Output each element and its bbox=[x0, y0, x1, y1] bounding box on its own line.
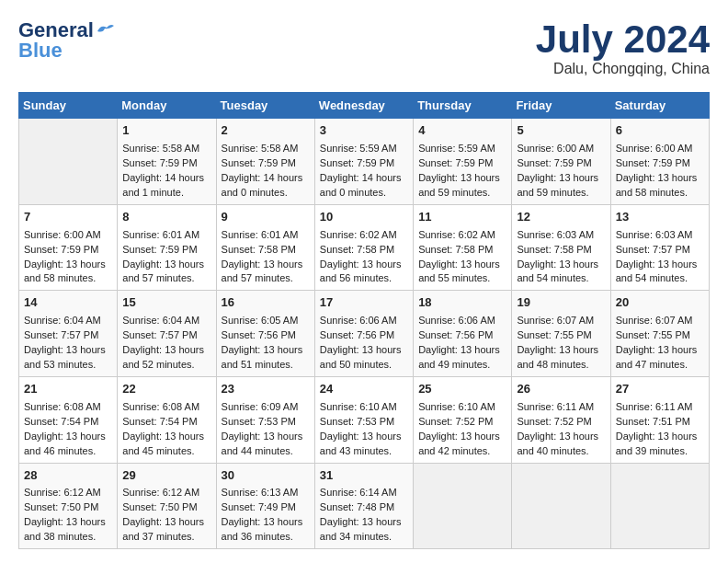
day-number: 29 bbox=[122, 467, 210, 485]
day-number: 13 bbox=[616, 209, 704, 226]
sunset-label: Sunset: 7:52 PM bbox=[517, 416, 591, 427]
calendar-cell: 3Sunrise: 5:59 AMSunset: 7:59 PMDaylight… bbox=[314, 119, 413, 205]
daylight-label: Daylight: 13 hours and 38 minutes. bbox=[24, 516, 106, 542]
daylight-label: Daylight: 13 hours and 34 minutes. bbox=[320, 516, 402, 542]
weekday-header-saturday: Saturday bbox=[610, 93, 709, 119]
daylight-label: Daylight: 13 hours and 54 minutes. bbox=[616, 259, 698, 284]
day-number: 14 bbox=[24, 294, 112, 312]
daylight-label: Daylight: 13 hours and 42 minutes. bbox=[418, 431, 500, 456]
day-number: 4 bbox=[418, 122, 506, 140]
sunrise-label: Sunrise: 6:11 AM bbox=[517, 401, 594, 412]
day-number: 25 bbox=[418, 381, 506, 398]
daylight-label: Daylight: 13 hours and 57 minutes. bbox=[122, 259, 204, 284]
sunset-label: Sunset: 7:57 PM bbox=[616, 244, 690, 255]
sunrise-label: Sunrise: 6:02 AM bbox=[320, 229, 397, 240]
calendar-cell: 15Sunrise: 6:04 AMSunset: 7:57 PMDayligh… bbox=[118, 291, 216, 377]
sunset-label: Sunset: 7:58 PM bbox=[222, 244, 296, 255]
sunrise-label: Sunrise: 6:12 AM bbox=[122, 487, 199, 498]
sunrise-label: Sunrise: 6:11 AM bbox=[616, 401, 693, 412]
calendar-cell: 18Sunrise: 6:06 AMSunset: 7:56 PMDayligh… bbox=[414, 291, 512, 377]
sunset-label: Sunset: 7:58 PM bbox=[517, 244, 591, 255]
daylight-label: Daylight: 13 hours and 56 minutes. bbox=[320, 259, 402, 284]
day-number: 21 bbox=[24, 381, 112, 398]
calendar-cell: 25Sunrise: 6:10 AMSunset: 7:52 PMDayligh… bbox=[414, 376, 512, 463]
daylight-label: Daylight: 13 hours and 54 minutes. bbox=[517, 259, 598, 284]
sunrise-label: Sunrise: 6:09 AM bbox=[222, 401, 299, 412]
logo-bird-icon bbox=[96, 22, 116, 39]
day-number: 8 bbox=[122, 209, 210, 226]
calendar-cell: 10Sunrise: 6:02 AMSunset: 7:58 PMDayligh… bbox=[314, 204, 413, 291]
sunset-label: Sunset: 7:59 PM bbox=[616, 157, 690, 168]
day-number: 9 bbox=[222, 209, 310, 226]
day-number: 15 bbox=[122, 294, 210, 312]
sunset-label: Sunset: 7:54 PM bbox=[122, 416, 197, 427]
sunrise-label: Sunrise: 6:02 AM bbox=[418, 229, 495, 240]
sunset-label: Sunset: 7:57 PM bbox=[24, 329, 98, 340]
calendar-cell: 7Sunrise: 6:00 AMSunset: 7:59 PMDaylight… bbox=[19, 204, 118, 291]
logo-blue: Blue bbox=[18, 42, 63, 59]
calendar-cell bbox=[610, 463, 709, 549]
daylight-label: Daylight: 13 hours and 58 minutes. bbox=[616, 172, 698, 198]
daylight-label: Daylight: 13 hours and 43 minutes. bbox=[320, 431, 402, 456]
day-number: 2 bbox=[222, 122, 310, 140]
sunset-label: Sunset: 7:59 PM bbox=[122, 157, 197, 168]
calendar-cell bbox=[414, 463, 512, 549]
sunset-label: Sunset: 7:55 PM bbox=[616, 329, 690, 340]
sunset-label: Sunset: 7:51 PM bbox=[616, 416, 690, 427]
sunrise-label: Sunrise: 6:08 AM bbox=[24, 401, 101, 412]
calendar-cell: 1Sunrise: 5:58 AMSunset: 7:59 PMDaylight… bbox=[118, 119, 216, 205]
daylight-label: Daylight: 13 hours and 57 minutes. bbox=[222, 259, 303, 284]
daylight-label: Daylight: 13 hours and 58 minutes. bbox=[24, 259, 106, 284]
day-number: 3 bbox=[320, 122, 408, 140]
sunset-label: Sunset: 7:52 PM bbox=[418, 416, 493, 427]
sunrise-label: Sunrise: 6:06 AM bbox=[418, 315, 495, 326]
page-header: General Blue July 2024 Dalu, Chongqing, … bbox=[18, 18, 710, 77]
calendar-cell: 5Sunrise: 6:00 AMSunset: 7:59 PMDaylight… bbox=[512, 119, 610, 205]
calendar-cell: 24Sunrise: 6:10 AMSunset: 7:53 PMDayligh… bbox=[314, 376, 413, 463]
daylight-label: Daylight: 13 hours and 51 minutes. bbox=[222, 344, 303, 370]
sunset-label: Sunset: 7:56 PM bbox=[320, 329, 394, 340]
logo: General Blue bbox=[18, 18, 116, 59]
week-row-3: 14Sunrise: 6:04 AMSunset: 7:57 PMDayligh… bbox=[19, 291, 710, 377]
daylight-label: Daylight: 13 hours and 37 minutes. bbox=[122, 516, 204, 542]
day-number: 18 bbox=[418, 294, 506, 312]
day-number: 11 bbox=[418, 209, 506, 226]
calendar-cell bbox=[19, 119, 118, 205]
sunrise-label: Sunrise: 6:14 AM bbox=[320, 487, 397, 498]
sunrise-label: Sunrise: 6:07 AM bbox=[517, 315, 594, 326]
calendar-cell: 23Sunrise: 6:09 AMSunset: 7:53 PMDayligh… bbox=[216, 376, 314, 463]
daylight-label: Daylight: 14 hours and 1 minute. bbox=[122, 172, 204, 198]
sunset-label: Sunset: 7:50 PM bbox=[122, 501, 197, 512]
daylight-label: Daylight: 13 hours and 36 minutes. bbox=[222, 516, 303, 542]
daylight-label: Daylight: 13 hours and 53 minutes. bbox=[24, 344, 106, 370]
calendar-cell: 21Sunrise: 6:08 AMSunset: 7:54 PMDayligh… bbox=[19, 376, 118, 463]
calendar-cell: 11Sunrise: 6:02 AMSunset: 7:58 PMDayligh… bbox=[414, 204, 512, 291]
calendar-cell: 13Sunrise: 6:03 AMSunset: 7:57 PMDayligh… bbox=[610, 204, 709, 291]
day-number: 27 bbox=[616, 381, 704, 398]
daylight-label: Daylight: 13 hours and 40 minutes. bbox=[517, 431, 598, 456]
calendar-cell: 20Sunrise: 6:07 AMSunset: 7:55 PMDayligh… bbox=[610, 291, 709, 377]
sunrise-label: Sunrise: 5:59 AM bbox=[418, 143, 495, 154]
daylight-label: Daylight: 14 hours and 0 minutes. bbox=[320, 172, 402, 198]
sunset-label: Sunset: 7:53 PM bbox=[320, 416, 394, 427]
sunrise-label: Sunrise: 6:08 AM bbox=[122, 401, 199, 412]
daylight-label: Daylight: 13 hours and 47 minutes. bbox=[616, 344, 698, 370]
calendar-cell: 19Sunrise: 6:07 AMSunset: 7:55 PMDayligh… bbox=[512, 291, 610, 377]
day-number: 31 bbox=[320, 467, 408, 485]
weekday-header-sunday: Sunday bbox=[19, 93, 118, 119]
sunrise-label: Sunrise: 6:03 AM bbox=[517, 229, 594, 240]
sunset-label: Sunset: 7:59 PM bbox=[320, 157, 394, 168]
sunrise-label: Sunrise: 6:04 AM bbox=[122, 315, 199, 326]
week-row-4: 21Sunrise: 6:08 AMSunset: 7:54 PMDayligh… bbox=[19, 376, 710, 463]
calendar-cell: 27Sunrise: 6:11 AMSunset: 7:51 PMDayligh… bbox=[610, 376, 709, 463]
calendar-table: SundayMondayTuesdayWednesdayThursdayFrid… bbox=[18, 92, 710, 549]
sunset-label: Sunset: 7:53 PM bbox=[222, 416, 296, 427]
daylight-label: Daylight: 13 hours and 52 minutes. bbox=[122, 344, 204, 370]
sunrise-label: Sunrise: 5:58 AM bbox=[122, 143, 199, 154]
calendar-cell: 8Sunrise: 6:01 AMSunset: 7:59 PMDaylight… bbox=[118, 204, 216, 291]
sunset-label: Sunset: 7:55 PM bbox=[517, 329, 591, 340]
day-number: 1 bbox=[122, 122, 210, 140]
sunset-label: Sunset: 7:56 PM bbox=[222, 329, 296, 340]
month-title: July 2024 bbox=[536, 18, 710, 61]
day-number: 20 bbox=[616, 294, 704, 312]
